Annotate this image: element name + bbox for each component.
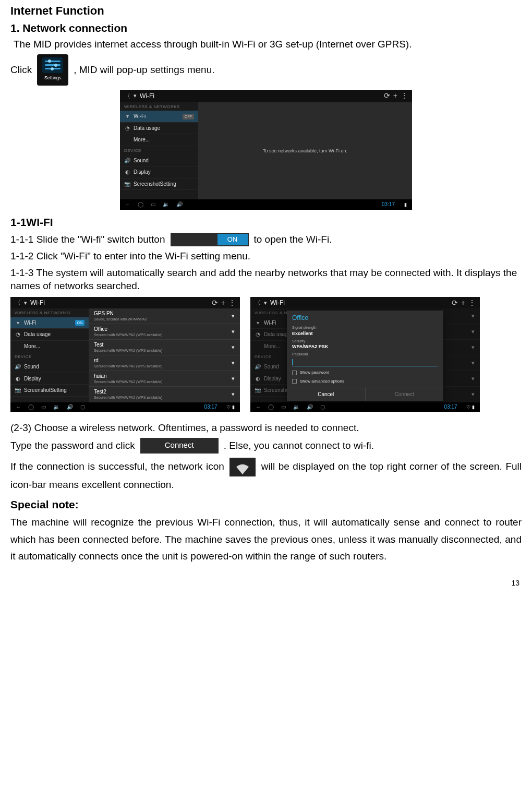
step-1-1-3: 1-1-3 The system will automatically sear… (10, 266, 522, 293)
wifi-fan-icon: ▾ (24, 299, 27, 307)
add-network-icon[interactable]: + (393, 91, 397, 101)
sidebar-item-display[interactable]: ◐Display (10, 373, 89, 385)
network-item[interactable]: GPS PNSaved, secured with WPA/WPA2▾ (89, 308, 240, 324)
settings-icon-label: Settings (44, 75, 62, 81)
nav-voldown-icon[interactable]: 🔉 (293, 403, 299, 411)
wifi-off-message: To see networks available, turn Wi-Fi on… (198, 102, 412, 199)
add-network-icon[interactable]: + (461, 298, 465, 308)
network-item[interactable]: OfficeSecured with WPA/WPA2 (WPS availab… (89, 324, 240, 340)
section-device: DEVICE (10, 352, 89, 361)
network-item[interactable]: Test2Secured with WPA/WPA2 (WPS availabl… (89, 387, 240, 402)
on-switch-button[interactable]: ON (217, 234, 248, 245)
network-item[interactable]: TestSecured with WPA/WPA2 (WPS available… (89, 340, 240, 355)
sidebar-item-more[interactable]: More... (10, 341, 89, 353)
display-icon: ◐ (15, 375, 21, 381)
network-sub: Secured with WPA/WPA2 (WPS available) (94, 332, 232, 337)
sidebar-item-sound[interactable]: 🔊 Sound (120, 155, 198, 167)
nav-back-icon[interactable]: ← (16, 403, 21, 411)
nav-back-icon[interactable]: ← (125, 201, 130, 208)
camera-icon: 📷 (255, 387, 261, 393)
wifi-network-list: GPS PNSaved, secured with WPA/WPA2▾Offic… (89, 308, 240, 402)
refresh-icon[interactable]: ⟳ (384, 91, 390, 101)
display-icon: ◐ (255, 375, 261, 381)
step-1-1-1-post: to open the Wi-Fi. (254, 233, 332, 246)
topbar-title: Wi-Fi (30, 299, 209, 307)
network-item[interactable]: rdSecured with WPA/WPA2 (WPS available)▾ (89, 355, 240, 371)
settings-sidebar: WIRELESS & NETWORKS ▾ Wi-Fi ON ◔Data usa… (10, 308, 89, 402)
nav-home-icon[interactable]: ◯ (268, 403, 274, 411)
sidebar-item-sound[interactable]: 🔊Sound (10, 361, 89, 373)
sidebar-item-data-usage[interactable]: ◔ Data usage (120, 123, 198, 135)
wifi-back-icon[interactable]: 〈 (255, 299, 261, 307)
paragraph-connection-success: If the connection is successful, the net… (10, 458, 522, 493)
dialog-title: Office (287, 311, 443, 324)
type-password-row: Type the password and click Connect . El… (10, 438, 522, 454)
show-advanced-checkbox[interactable]: Show advanced options (287, 377, 443, 386)
dialog-cancel-button[interactable]: Cancel (287, 388, 365, 401)
sidebar-display-label: Display (134, 169, 151, 176)
nav-recent-icon[interactable]: ▭ (151, 201, 155, 208)
sidebar-item-display[interactable]: ◐ Display (120, 166, 198, 178)
sound-icon: 🔊 (15, 364, 21, 370)
sidebar-item-more[interactable]: More... (120, 134, 198, 146)
password-input[interactable] (292, 359, 438, 366)
nav-home-icon[interactable]: ◯ (28, 403, 34, 411)
nav-recent-icon[interactable]: ▭ (41, 403, 46, 411)
wifi-back-icon[interactable]: 〈 (124, 92, 130, 100)
menu-icon[interactable]: ⋮ (228, 298, 236, 308)
wifi-back-icon[interactable]: 〈 (15, 299, 21, 307)
wifi-strength-icon: ▾ (471, 359, 475, 367)
sidebar-item-screenshot[interactable]: 📷ScreenshotSetting (10, 385, 89, 397)
show-password-checkbox[interactable]: Show password (287, 368, 443, 377)
sidebar-item-wifi[interactable]: ▾ Wi-Fi ON (10, 317, 89, 329)
network-item[interactable]: huianSecured with WPA/WPA2 (WPS availabl… (89, 371, 240, 387)
network-name: rd (94, 357, 232, 364)
wifi-toggle-on[interactable]: ON (75, 320, 85, 326)
sidebar-item-screenshot[interactable]: 📷 ScreenshotSetting (120, 178, 198, 190)
wifi-icon: ▾ (15, 320, 21, 326)
nav-volup-icon[interactable]: 🔊 (67, 403, 73, 411)
nav-screenshot-icon[interactable]: ▢ (80, 403, 85, 411)
sidebar-item-data-usage[interactable]: ◔Data usage (10, 329, 89, 341)
menu-icon[interactable]: ⋮ (468, 298, 476, 308)
type-password-post: . Else, you cannot connect to wi-fi. (224, 439, 374, 452)
content-pane: To see networks available, turn Wi-Fi on… (198, 102, 412, 199)
nav-home-icon[interactable]: ◯ (138, 201, 143, 208)
sound-icon: 🔊 (255, 364, 261, 370)
system-nav-bar: ← ◯ ▭ 🔉 🔊 ▢ 03:17 ♡ ▮ (10, 402, 240, 412)
network-name: huian (94, 373, 232, 380)
battery-icon: ▮ (404, 201, 407, 208)
text-click-post: , MID will pop-up settings menu. (74, 63, 214, 77)
screenshot-wifi-connect-dialog: 〈 ▾ Wi-Fi ⟳ + ⋮ WIRELESS & NETWORKS ▾Wi-… (250, 297, 480, 412)
nav-voldown-icon[interactable]: 🔉 (53, 403, 59, 411)
menu-icon[interactable]: ⋮ (401, 91, 408, 101)
nav-recent-icon[interactable]: ▭ (281, 403, 286, 411)
security-value: WPA/WPA2 PSK (292, 343, 438, 350)
sidebar-screenshot-label: ScreenshotSetting (24, 387, 67, 394)
nav-screenshot-icon[interactable]: ▢ (320, 403, 325, 411)
nav-back-icon[interactable]: ← (256, 403, 261, 411)
sidebar-display-label: Display (24, 375, 41, 383)
status-clock: 03:17 (444, 403, 457, 411)
network-sub: Secured with WPA/WPA2 (WPS available) (94, 395, 232, 400)
wifi-connect-dialog: Office Signal strengthExcellent Security… (287, 311, 443, 401)
dialog-connect-button[interactable]: Connect (365, 388, 444, 401)
wifi-toggle-off[interactable]: OFF (183, 114, 194, 120)
wifi-icon: ▾ (255, 320, 261, 326)
refresh-icon[interactable]: ⟳ (212, 298, 218, 308)
network-sub: Secured with WPA/WPA2 (WPS available) (94, 348, 232, 353)
sidebar-item-wifi[interactable]: ▾ Wi-Fi OFF (120, 111, 198, 123)
wifi-strength-icon: ▾ (232, 390, 235, 398)
nav-volup-icon[interactable]: 🔊 (176, 201, 183, 208)
type-password-pre: Type the password and click (10, 439, 135, 452)
section-device: DEVICE (120, 146, 198, 155)
nav-voldown-icon[interactable]: 🔉 (163, 201, 169, 208)
connect-button-inline[interactable]: Connect (140, 438, 219, 454)
nav-volup-icon[interactable]: 🔊 (307, 403, 313, 411)
text-click: Click (10, 63, 32, 77)
refresh-icon[interactable]: ⟳ (452, 298, 458, 308)
network-sub: Secured with WPA/WPA2 (WPS available) (94, 364, 232, 368)
add-network-icon[interactable]: + (221, 298, 225, 308)
signal-strength-value: Excellent (292, 330, 438, 337)
settings-sidebar: WIRELESS & NETWORKS ▾ Wi-Fi OFF ◔ Data u… (120, 102, 198, 199)
